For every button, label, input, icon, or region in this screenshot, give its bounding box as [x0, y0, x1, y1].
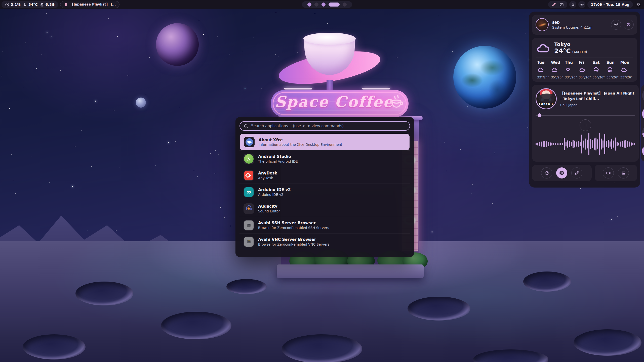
workspace-dot-3[interactable]	[321, 3, 326, 7]
forecast-day-tue: Tue 33°/24°	[536, 60, 550, 79]
waveform-bar	[541, 142, 542, 147]
star	[526, 33, 526, 34]
workspace-dot-2[interactable]	[314, 3, 318, 7]
app-description: Browse for Zeroconf-enabled SSH Servers	[258, 226, 329, 230]
waveform-bar	[573, 140, 574, 148]
volume-button[interactable]	[578, 1, 585, 8]
cloud-icon	[536, 42, 551, 54]
crater	[574, 329, 641, 356]
space-coffee-sign: Space Coffee	[271, 90, 409, 117]
system-stat: 6.8G	[40, 3, 55, 7]
app-result-avahi-vnc-server-browser[interactable]: Avahi VNC Server Browser Browse for Zero…	[239, 233, 410, 250]
day-label: Mon	[620, 60, 629, 65]
app-name: Avahi VNC Server Browser	[258, 237, 329, 242]
crater	[226, 279, 267, 294]
avatar[interactable]	[536, 18, 549, 31]
gauge-thermometer: 54°C	[641, 106, 644, 122]
tray-tools-pill[interactable]	[548, 1, 567, 8]
waveform-bar	[581, 134, 582, 154]
play-pause-button[interactable]	[580, 119, 591, 131]
app-result-audacity[interactable]: Audacity Sound Editor	[239, 200, 410, 217]
workspace-dot-4[interactable]	[329, 3, 340, 7]
pause-icon	[584, 123, 587, 127]
star	[218, 154, 219, 155]
waveform-bar	[585, 139, 586, 150]
workspace-dot-5[interactable]	[343, 3, 347, 7]
seek-knob[interactable]	[538, 113, 541, 117]
gauge-chip: 14%	[641, 124, 644, 141]
app-launcher: About Xfce Information about the Xfce De…	[235, 117, 414, 257]
app-result-arduino-ide-v2[interactable]: ∞ Arduino IDE v2 Arduino IDE v2	[239, 184, 410, 200]
waveform-bar	[544, 141, 545, 147]
waveform-bar	[592, 140, 593, 148]
search-input[interactable]	[251, 124, 397, 128]
camera-icon	[606, 171, 611, 175]
album-art[interactable]: TOKYO L	[536, 88, 557, 109]
dashboard-button[interactable]	[635, 1, 642, 8]
star	[215, 150, 216, 151]
waveform-bar	[615, 138, 616, 151]
now-playing-pill[interactable]: 【Japanese Playlist】 J...	[60, 1, 119, 8]
star	[282, 20, 282, 20]
star	[121, 88, 121, 88]
day-temps: 36°/26°	[593, 75, 605, 79]
quick-scales-button[interactable]	[556, 167, 567, 178]
app-result-about-xfce[interactable]: About Xfce Information about the Xfce De…	[240, 134, 410, 150]
quick-camera-button[interactable]	[603, 167, 614, 178]
star	[141, 67, 142, 67]
quick-image-button[interactable]	[618, 167, 629, 178]
day-temps: 35°/25°	[551, 75, 563, 79]
settings-button[interactable]	[611, 20, 621, 30]
app-name: About Xfce	[259, 138, 342, 143]
power-button[interactable]	[624, 20, 634, 30]
star	[220, 207, 221, 208]
search-bar[interactable]	[239, 121, 410, 131]
wrench-icon[interactable]	[552, 3, 556, 7]
sun-cloud-weather-icon	[565, 67, 572, 73]
pause-icon	[64, 3, 68, 7]
star	[9, 108, 10, 109]
star	[175, 141, 176, 142]
day-temps: 33°/26°	[607, 75, 619, 79]
star	[611, 219, 612, 220]
star	[315, 13, 315, 14]
app-description: Arduino IDE v2	[258, 193, 291, 197]
star	[269, 61, 269, 61]
workspace-switcher[interactable]	[302, 1, 352, 8]
app-description: The official Android IDE	[258, 159, 298, 163]
cloud-weather-icon	[579, 67, 586, 73]
seek-bar[interactable]	[536, 113, 635, 117]
star	[598, 191, 598, 191]
day-label: Wed	[551, 60, 560, 65]
stat-value: 54°C	[28, 3, 38, 7]
storm-weather-icon	[607, 67, 614, 73]
waveform-bar	[594, 138, 595, 150]
wallpaper-icon[interactable]	[559, 3, 564, 7]
quick-leaf-button[interactable]	[571, 167, 582, 178]
workspace-dot-1[interactable]	[307, 3, 311, 7]
scales-icon	[559, 170, 565, 176]
star	[472, 184, 473, 185]
sign-lamp	[284, 88, 312, 89]
notifications-button[interactable]	[569, 1, 576, 8]
system-stat: 54°C	[23, 3, 38, 7]
star	[3, 52, 3, 52]
waveform-bar	[631, 142, 632, 146]
anydesk-app-icon	[244, 170, 254, 181]
quick-speedometer-button[interactable]	[541, 167, 552, 178]
star	[46, 13, 47, 14]
waveform-bar	[566, 142, 567, 147]
star	[230, 226, 231, 226]
app-result-android-studio[interactable]: Android Studio The official Android IDE	[239, 150, 410, 167]
star	[129, 85, 129, 85]
star	[135, 114, 136, 114]
app-result-anydesk[interactable]: AnyDesk AnyDesk	[239, 167, 410, 184]
clock-pill[interactable]: 17:09 - Tue, 19 Aug	[587, 1, 633, 8]
app-result-avahi-ssh-server-browser[interactable]: Avahi SSH Server Browser Browse for Zero…	[239, 217, 410, 233]
audacity-app-icon	[244, 203, 254, 214]
system-stats-pill[interactable]: 3.1%54°C6.8G	[2, 1, 58, 8]
star	[467, 106, 467, 107]
forecast-day-sun: Sun 33°/26°	[606, 60, 619, 79]
star	[278, 57, 278, 57]
day-label: Thu	[565, 60, 573, 65]
